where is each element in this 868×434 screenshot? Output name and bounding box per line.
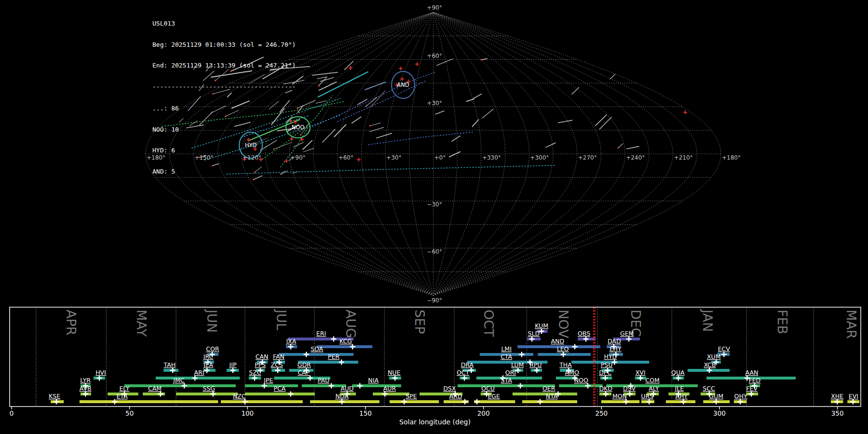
meteor-streak: [312, 72, 338, 75]
meteor-trail: [599, 117, 611, 130]
meteor-trail: [449, 151, 461, 157]
shower-label-hyd: HYD: [604, 353, 617, 360]
shower-label-ocu: OCU: [481, 385, 495, 392]
month-label-nov: NOV: [556, 310, 571, 339]
peak-cross-kcg: [350, 344, 355, 350]
meteor-trail: [369, 127, 384, 132]
shower-label-cor: COR: [206, 345, 219, 353]
meteor-streak: [318, 72, 368, 97]
peak-cross-jpe: [262, 383, 267, 389]
peak-cross-obs: [583, 337, 589, 342]
shower-label-szc: SZC: [249, 369, 261, 376]
peak-cross-ahy: [681, 399, 686, 405]
peak-cross-dpc: [603, 376, 608, 381]
shower-label-jea: JEA: [203, 361, 214, 368]
meteor-trail: [610, 74, 615, 80]
lon-label: +30°: [386, 154, 401, 161]
lon-label: +210°: [674, 154, 693, 161]
peak-cross-xhe: [835, 399, 840, 405]
peak-cross-nzc: [242, 399, 247, 405]
shower-label-aur: AUR: [383, 385, 396, 392]
peak-cross-evi: [850, 399, 855, 405]
analysis-figure: HYDNOOAND+180°+150°+120°+90°+60°+30°+0°+…: [0, 0, 868, 434]
shower-label-aud: AUD: [340, 385, 353, 392]
peak-cross-dsv: [627, 392, 633, 397]
peak-cross-per: [339, 360, 344, 365]
meteor-trail: [302, 140, 312, 149]
shower-label-evi: EVI: [849, 393, 858, 400]
radiant-plus-marker: [399, 67, 403, 70]
shower-label-dad: DAD: [608, 338, 621, 345]
shower-bar-pca: [245, 393, 315, 395]
month-label-jun: JUN: [204, 309, 219, 333]
shower-label-oct: OCT: [457, 369, 470, 376]
peak-cross-tah: [170, 368, 176, 373]
shower-label-lyr: LYR: [80, 377, 91, 384]
x-tick-label: 300: [713, 409, 726, 417]
shower-label-ecv: ECV: [718, 345, 731, 353]
trail-begin-dot: [297, 111, 298, 113]
shower-label-per: PER: [328, 353, 339, 360]
shower-label-obs: OBS: [578, 330, 590, 337]
shower-label-noo: NOO: [574, 377, 588, 384]
shower-label-urs: URS: [641, 393, 653, 400]
shower-label-ori: ORI: [505, 369, 516, 376]
shower-label-gem: GEM: [620, 330, 634, 337]
peak-cross-leo: [561, 352, 566, 357]
shower-label-eri: ERI: [316, 330, 326, 337]
peak-cross-ssg: [210, 392, 216, 397]
shower-activity-timeline: APRMAYJUNJULAUGSEPOCTNOVDECJANFEBMARKUME…: [10, 307, 861, 426]
peak-cross-xcb: [706, 368, 712, 373]
shower-label-psu: PSU: [601, 361, 613, 368]
shower-label-nia: NIA: [368, 377, 379, 384]
meteor-trail: [303, 149, 314, 152]
lon-label: +60°: [339, 154, 353, 161]
peak-cross-sld: [529, 337, 534, 342]
meteor-trail: [558, 120, 572, 122]
peak-cross-eri: [331, 337, 336, 342]
meteor-trail: [626, 146, 639, 149]
radiant-plus-marker: [400, 77, 404, 81]
radiant-plus-marker: [415, 62, 419, 66]
peak-cross-aur: [382, 392, 388, 397]
count-sporadic: ...: 86: [152, 105, 296, 112]
peak-cross-pau: [329, 383, 334, 389]
shower-label-amo: AMO: [565, 369, 579, 376]
shower-bar-aur: [373, 393, 409, 395]
shower-label-cap: CAP: [298, 369, 310, 376]
meteor-trail: [376, 133, 392, 138]
shower-bar-ahy: [666, 400, 695, 403]
shower-label-leo: LEO: [557, 345, 569, 353]
shower-label-ari: ARI: [194, 369, 204, 376]
observation-header: USL013 Beg: 20251129 01:00:33 (sol = 246…: [152, 6, 296, 182]
meteor-trail: [435, 111, 444, 114]
shower-label-scc: SCC: [703, 385, 715, 392]
peak-cross-pca: [288, 392, 293, 397]
month-label-may: MAY: [134, 310, 149, 337]
shower-label-xum: XUM: [707, 353, 721, 360]
trail-begin-dot: [344, 68, 346, 70]
shower-bar-ssg: [176, 393, 238, 395]
peak-cross-nda: [339, 399, 345, 405]
shower-label-sld: SLD: [528, 330, 540, 337]
shower-bar-nda: [310, 400, 380, 403]
shower-label-fed: FED: [749, 377, 761, 384]
shower-label-tah: TAH: [163, 361, 176, 368]
shower-bar-eta: [80, 400, 218, 403]
shower-label-spe: SPE: [406, 393, 417, 400]
shower-bar-sda: [279, 353, 353, 356]
meteor-trail: [452, 136, 461, 142]
trail-begin-dot: [300, 134, 301, 136]
shower-label-jpe: JPE: [263, 377, 273, 384]
month-label-mar: MAR: [844, 310, 859, 339]
end-time: End: 20251129 13:13:39 (sol = 247.21°): [152, 62, 296, 69]
shower-label-sta: STA: [501, 377, 513, 384]
meteor-trail: [472, 119, 479, 126]
meteor-trail: [481, 58, 487, 60]
shower-label-aly: ALY: [649, 385, 659, 392]
shower-label-aan: AAN: [746, 369, 759, 376]
shower-label-ahy: AHY: [675, 393, 688, 400]
meteor-trail: [474, 94, 482, 98]
peak-cross-ard: [462, 399, 468, 405]
radiant-plus-marker: [357, 158, 361, 162]
